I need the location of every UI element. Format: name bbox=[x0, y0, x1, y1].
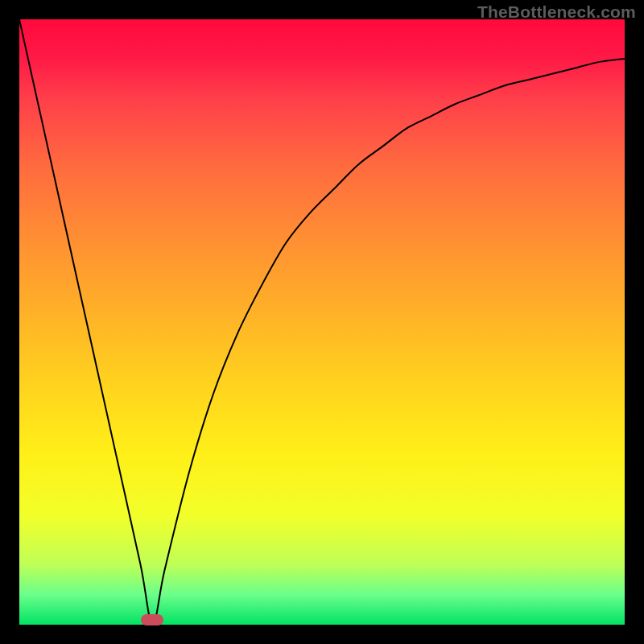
attribution-text: TheBottleneck.com bbox=[477, 2, 636, 22]
chart-plot-area bbox=[19, 19, 625, 625]
optimum-marker bbox=[141, 614, 163, 625]
bottleneck-curve bbox=[19, 19, 625, 625]
